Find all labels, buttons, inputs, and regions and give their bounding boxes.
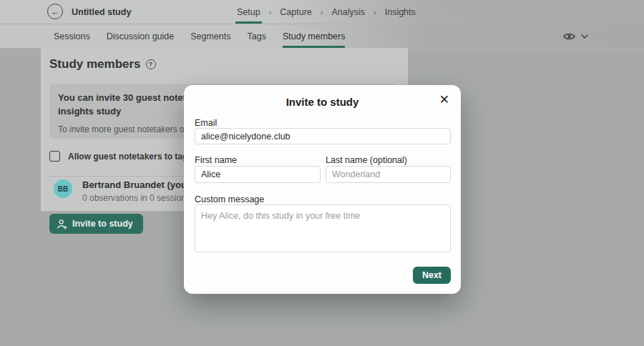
help-icon[interactable]: ?: [146, 59, 156, 69]
tab-bar: Sessions Discussion guide Segments Tags …: [0, 24, 644, 49]
last-name-field[interactable]: [326, 166, 451, 183]
chevron-right-icon: ›: [374, 8, 376, 16]
tab-tags[interactable]: Tags: [248, 24, 266, 48]
tab-segments[interactable]: Segments: [190, 24, 230, 48]
tab-study-members[interactable]: Study members: [283, 24, 346, 48]
member-meta: 0 observations in 0 sessions: [82, 193, 190, 203]
tab-list: Sessions Discussion guide Segments Tags …: [54, 24, 345, 48]
chevron-right-icon: ›: [321, 8, 323, 16]
chevron-down-icon[interactable]: [581, 34, 588, 39]
invite-to-study-modal: Invite to study ✕ Email First name Last …: [184, 85, 461, 294]
tab-sessions[interactable]: Sessions: [54, 24, 90, 48]
back-button[interactable]: ←: [47, 4, 63, 19]
member-name: Bertrand Bruandet (you): [82, 179, 190, 191]
invite-to-study-label: Invite to study: [72, 219, 133, 229]
last-name-label: Last name (optional): [326, 155, 407, 165]
tab-discussion-guide[interactable]: Discussion guide: [107, 24, 175, 48]
avatar: BB: [54, 179, 72, 198]
invite-to-study-button[interactable]: Invite to study: [49, 214, 143, 234]
top-bar: ← Untitled study Setup › Capture › Analy…: [0, 0, 644, 24]
first-name-label: First name: [195, 155, 237, 165]
tab-bar-actions: [563, 24, 588, 48]
step-analysis[interactable]: Analysis: [332, 0, 366, 24]
arrow-left-icon: ←: [51, 7, 60, 16]
step-capture[interactable]: Capture: [280, 0, 311, 24]
email-label: Email: [195, 118, 217, 128]
next-button[interactable]: Next: [413, 267, 451, 284]
page-title-row: Study members ?: [49, 57, 156, 71]
modal-title: Invite to study: [184, 96, 461, 108]
member-info: Bertrand Bruandet (you) 0 observations i…: [82, 179, 190, 203]
close-icon[interactable]: ✕: [437, 92, 452, 108]
email-field[interactable]: [195, 128, 451, 144]
eye-icon[interactable]: [563, 32, 575, 41]
chevron-right-icon: ›: [269, 8, 272, 16]
step-insights[interactable]: Insights: [385, 0, 416, 24]
page-title: Study members: [49, 57, 141, 71]
person-add-icon: [57, 219, 67, 229]
custom-message-label: Custom message: [195, 194, 264, 204]
custom-message-field[interactable]: [195, 204, 451, 252]
step-setup[interactable]: Setup: [237, 0, 260, 24]
tag-observations-checkbox[interactable]: [49, 151, 60, 162]
breadcrumb: Setup › Capture › Analysis › Insights: [237, 0, 416, 24]
next-button-label: Next: [422, 270, 441, 280]
member-row: BB Bertrand Bruandet (you) 0 observation…: [54, 179, 190, 203]
first-name-field[interactable]: [195, 166, 321, 183]
study-title: Untitled study: [72, 0, 131, 24]
